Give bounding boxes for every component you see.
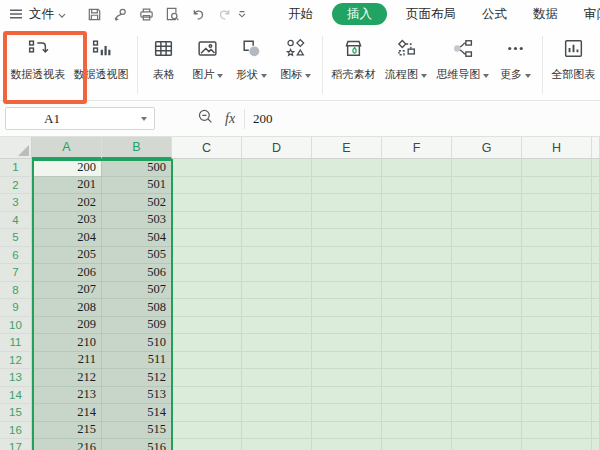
cell-C16[interactable]: [172, 422, 242, 440]
cell-H11[interactable]: [522, 334, 592, 352]
cell-G11[interactable]: [452, 334, 522, 352]
cell-F17[interactable]: [382, 439, 452, 450]
cell-filler[interactable]: [592, 247, 600, 265]
icons-button[interactable]: 图标: [274, 35, 318, 82]
cell-F2[interactable]: [382, 177, 452, 195]
cell-B7[interactable]: 506: [102, 264, 172, 282]
cell-A10[interactable]: 209: [32, 317, 102, 335]
cell-A17[interactable]: 216: [32, 439, 102, 450]
cell-B5[interactable]: 504: [102, 229, 172, 247]
select-all-corner[interactable]: [0, 137, 32, 159]
cell-F8[interactable]: [382, 282, 452, 300]
cell-A1[interactable]: 200: [32, 159, 102, 177]
row-header-16[interactable]: 16: [0, 422, 32, 440]
cell-F1[interactable]: [382, 159, 452, 177]
column-header-B[interactable]: B: [102, 137, 172, 159]
cell-E3[interactable]: [312, 194, 382, 212]
cell-B12[interactable]: 511: [102, 352, 172, 370]
tab-review[interactable]: 审阅: [571, 3, 600, 25]
cell-E4[interactable]: [312, 212, 382, 230]
cell-B3[interactable]: 502: [102, 194, 172, 212]
cell-F10[interactable]: [382, 317, 452, 335]
cell-H2[interactable]: [522, 177, 592, 195]
cell-C12[interactable]: [172, 352, 242, 370]
cell-C3[interactable]: [172, 194, 242, 212]
row-header-15[interactable]: 15: [0, 404, 32, 422]
cell-E14[interactable]: [312, 387, 382, 405]
cell-E16[interactable]: [312, 422, 382, 440]
cell-C11[interactable]: [172, 334, 242, 352]
formula-input[interactable]: 200: [253, 111, 273, 127]
cell-D11[interactable]: [242, 334, 312, 352]
name-box[interactable]: A1: [5, 107, 155, 130]
cell-H7[interactable]: [522, 264, 592, 282]
row-header-5[interactable]: 5: [0, 229, 32, 247]
cell-G5[interactable]: [452, 229, 522, 247]
cell-C2[interactable]: [172, 177, 242, 195]
cell-filler[interactable]: [592, 352, 600, 370]
cell-G10[interactable]: [452, 317, 522, 335]
cell-B9[interactable]: 508: [102, 299, 172, 317]
cell-H5[interactable]: [522, 229, 592, 247]
cell-filler[interactable]: [592, 299, 600, 317]
cell-A15[interactable]: 214: [32, 404, 102, 422]
print-preview-icon[interactable]: [159, 3, 185, 25]
cell-E2[interactable]: [312, 177, 382, 195]
cell-B6[interactable]: 505: [102, 247, 172, 265]
cell-filler[interactable]: [592, 439, 600, 450]
tab-formulas[interactable]: 公式: [469, 3, 520, 25]
undo-icon[interactable]: [185, 3, 211, 25]
cell-B10[interactable]: 509: [102, 317, 172, 335]
file-menu[interactable]: 文件: [29, 6, 54, 23]
cell-G15[interactable]: [452, 404, 522, 422]
cell-H17[interactable]: [522, 439, 592, 450]
cell-D2[interactable]: [242, 177, 312, 195]
cell-B15[interactable]: 514: [102, 404, 172, 422]
row-header-10[interactable]: 10: [0, 317, 32, 335]
shapes-button[interactable]: 形状: [230, 35, 274, 82]
cell-B13[interactable]: 512: [102, 369, 172, 387]
cell-F13[interactable]: [382, 369, 452, 387]
cell-C17[interactable]: [172, 439, 242, 450]
cell-B17[interactable]: 516: [102, 439, 172, 450]
cell-filler[interactable]: [592, 334, 600, 352]
cell-filler[interactable]: [592, 229, 600, 247]
cell-D8[interactable]: [242, 282, 312, 300]
file-menu-caret-icon[interactable]: [57, 10, 67, 20]
row-header-3[interactable]: 3: [0, 194, 32, 212]
column-header-E[interactable]: E: [312, 137, 382, 159]
docer-materials-button[interactable]: 稻壳素材: [327, 35, 381, 82]
cell-D6[interactable]: [242, 247, 312, 265]
cell-filler[interactable]: [592, 194, 600, 212]
cell-C8[interactable]: [172, 282, 242, 300]
cell-A7[interactable]: 206: [32, 264, 102, 282]
cell-D13[interactable]: [242, 369, 312, 387]
cell-E17[interactable]: [312, 439, 382, 450]
cell-A6[interactable]: 205: [32, 247, 102, 265]
cell-B2[interactable]: 501: [102, 177, 172, 195]
cell-filler[interactable]: [592, 387, 600, 405]
row-header-13[interactable]: 13: [0, 369, 32, 387]
mindmap-button[interactable]: 思维导图: [432, 35, 494, 82]
pivot-table-button[interactable]: 数据透视表: [6, 35, 69, 82]
cell-C1[interactable]: [172, 159, 242, 177]
cell-filler[interactable]: [592, 177, 600, 195]
cell-filler[interactable]: [592, 282, 600, 300]
cell-C10[interactable]: [172, 317, 242, 335]
row-header-2[interactable]: 2: [0, 177, 32, 195]
row-header-4[interactable]: 4: [0, 212, 32, 230]
zoom-out-icon[interactable]: [197, 108, 214, 129]
row-header-9[interactable]: 9: [0, 299, 32, 317]
cell-A8[interactable]: 207: [32, 282, 102, 300]
cell-F6[interactable]: [382, 247, 452, 265]
cell-E7[interactable]: [312, 264, 382, 282]
column-header-H[interactable]: H: [522, 137, 592, 159]
cell-F14[interactable]: [382, 387, 452, 405]
cell-H9[interactable]: [522, 299, 592, 317]
cell-A2[interactable]: 201: [32, 177, 102, 195]
pivot-chart-button[interactable]: 数据透视图: [69, 35, 132, 82]
cell-F3[interactable]: [382, 194, 452, 212]
cell-G2[interactable]: [452, 177, 522, 195]
redo-icon[interactable]: [211, 3, 237, 25]
print-icon[interactable]: [133, 3, 159, 25]
